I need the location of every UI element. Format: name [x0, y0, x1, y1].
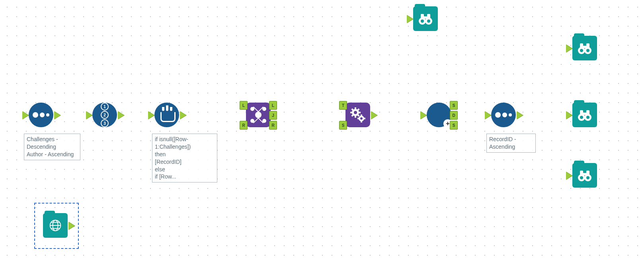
svg-rect-12 — [355, 116, 356, 118]
join-tool[interactable]: L R L J R — [246, 103, 271, 127]
output-port[interactable] — [371, 111, 377, 119]
multirow-formula-tool[interactable] — [154, 103, 179, 127]
svg-rect-11 — [355, 107, 356, 109]
svg-point-8 — [354, 111, 357, 114]
svg-rect-32 — [580, 43, 583, 48]
svg-point-43 — [586, 116, 589, 119]
sort-icon — [495, 112, 512, 118]
output-port[interactable] — [180, 111, 186, 119]
svg-rect-40 — [586, 110, 589, 115]
input-port[interactable] — [86, 111, 92, 119]
svg-rect-14 — [359, 112, 361, 113]
svg-rect-33 — [586, 43, 589, 48]
input-port[interactable] — [420, 111, 427, 119]
svg-rect-34 — [583, 46, 586, 48]
join-input-R[interactable]: R — [240, 121, 248, 130]
join-output-R[interactable]: R — [269, 121, 277, 130]
svg-rect-27 — [424, 16, 427, 19]
svg-point-10 — [360, 117, 363, 120]
svg-rect-20 — [361, 121, 362, 122]
join-output-J[interactable]: J — [269, 111, 277, 120]
join-icon — [250, 107, 266, 123]
svg-rect-41 — [583, 113, 586, 115]
join-output-L[interactable]: L — [269, 101, 277, 110]
svg-rect-21 — [357, 118, 359, 119]
unique-out-D[interactable]: D — [450, 111, 458, 120]
multirow-icon — [159, 107, 175, 123]
svg-point-42 — [580, 116, 583, 119]
svg-rect-47 — [586, 171, 589, 175]
workflow-canvas[interactable]: Challenges - DescendingAuthor - Ascendin… — [0, 0, 644, 264]
svg-rect-26 — [427, 14, 430, 19]
svg-rect-48 — [583, 173, 586, 175]
join-input-L[interactable]: L — [240, 101, 248, 110]
browse-tool-3[interactable] — [572, 103, 597, 127]
recordid-tool[interactable]: 123 — [92, 103, 117, 127]
input-port[interactable] — [566, 45, 572, 52]
sort-tool-1[interactable] — [29, 103, 53, 127]
gears-icon — [349, 107, 366, 123]
append-input-T[interactable]: T — [339, 101, 347, 110]
binoculars-icon — [413, 6, 438, 31]
globe-icon — [43, 213, 68, 238]
binoculars-icon — [572, 103, 597, 127]
canvas-grid — [0, 0, 644, 264]
input-port[interactable] — [485, 111, 491, 119]
svg-point-29 — [427, 19, 430, 23]
svg-rect-39 — [580, 110, 583, 115]
append-input-S[interactable]: S — [339, 121, 347, 130]
binoculars-icon — [572, 36, 597, 60]
unique-tool[interactable]: + S D S — [427, 103, 451, 127]
svg-rect-25 — [421, 14, 424, 19]
macro-input-tool[interactable] — [43, 213, 68, 238]
multirow-annotation: if isnull([Row-1:Challenges])then[Record… — [152, 134, 217, 182]
unique-out-S1[interactable]: S — [450, 101, 458, 110]
svg-rect-22 — [364, 118, 365, 119]
svg-rect-19 — [361, 115, 362, 116]
sort-2-annotation: RecordID - Ascending — [486, 134, 536, 153]
input-port[interactable] — [566, 172, 572, 180]
svg-rect-46 — [580, 171, 583, 175]
output-port[interactable] — [54, 111, 60, 119]
plus-icon: + — [445, 121, 451, 126]
input-port[interactable] — [148, 111, 154, 119]
svg-point-49 — [580, 176, 583, 179]
svg-point-50 — [586, 176, 589, 179]
input-port[interactable] — [407, 15, 413, 23]
binoculars-icon — [572, 163, 597, 188]
browse-tool-4[interactable] — [572, 163, 597, 188]
output-port[interactable] — [118, 111, 124, 119]
recordid-icon: 123 — [101, 103, 109, 127]
svg-rect-13 — [350, 112, 352, 113]
svg-point-28 — [421, 19, 424, 23]
browse-tool-1[interactable] — [413, 6, 438, 31]
unique-out-S2[interactable]: S — [450, 121, 458, 130]
browse-tool-2[interactable] — [572, 36, 597, 60]
sort-tool-2[interactable] — [491, 103, 516, 127]
input-port[interactable] — [566, 111, 572, 119]
sort-icon — [33, 112, 49, 118]
output-port[interactable] — [68, 222, 75, 230]
append-fields-tool[interactable]: T S — [345, 103, 370, 127]
svg-point-36 — [586, 49, 589, 52]
output-port[interactable] — [517, 111, 523, 119]
sort-1-annotation: Challenges - DescendingAuthor - Ascendin… — [24, 134, 80, 160]
svg-point-35 — [580, 49, 583, 52]
input-port[interactable] — [22, 111, 29, 119]
